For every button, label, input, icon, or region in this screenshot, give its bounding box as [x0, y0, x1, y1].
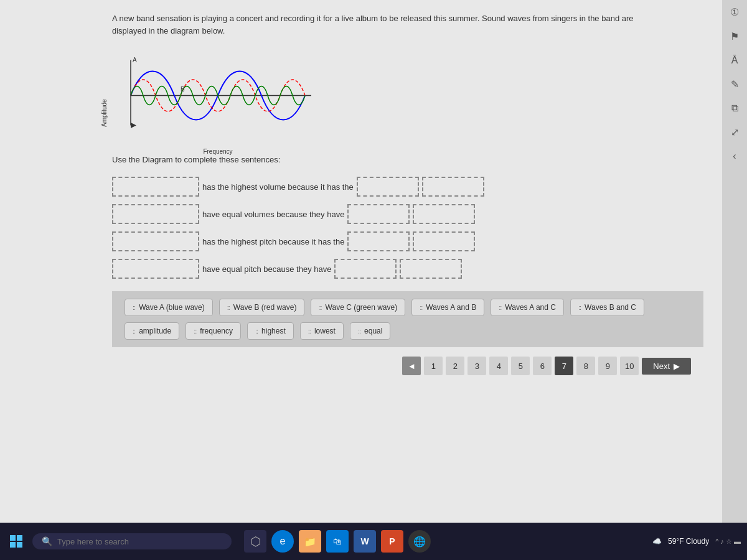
drag-item-wave-a[interactable]: :: Wave A (blue wave) — [125, 299, 213, 316]
search-icon: 🔍 — [42, 536, 52, 546]
drag-item-waves-bc[interactable]: :: Waves B and C — [570, 299, 644, 316]
drop-box-2-2[interactable] — [347, 204, 410, 224]
windows-logo — [10, 535, 22, 548]
drag-item-equal[interactable]: :: equal — [350, 322, 391, 340]
page-btn-9[interactable]: 9 — [598, 357, 617, 375]
drag-item-label: lowest — [314, 327, 336, 335]
drop-box-2-3[interactable] — [413, 204, 475, 224]
drag-item-label: Wave A (blue wave) — [139, 303, 205, 312]
page-btn-10[interactable]: 10 — [620, 357, 639, 375]
drag-item-highest[interactable]: :: highest — [247, 322, 294, 340]
sentence-row-3: has the highest pitch because it has the — [112, 231, 703, 251]
paragraph-1: A new band sensation is playing a concer… — [112, 12, 703, 37]
drag-item-wave-b[interactable]: :: Wave B (red wave) — [219, 299, 305, 316]
svg-text:A: A — [133, 57, 137, 63]
drag-handle: :: — [358, 327, 360, 335]
drag-item-lowest[interactable]: :: lowest — [300, 322, 344, 340]
drag-item-label: Waves A and C — [505, 303, 556, 312]
drop-box-1-2[interactable] — [357, 177, 419, 197]
drop-box-3-3[interactable] — [413, 231, 475, 251]
sentence-text-4: have equal pitch because they have — [202, 264, 331, 274]
flag-icon[interactable]: ⚑ — [730, 30, 739, 42]
page-btn-4[interactable]: 4 — [489, 357, 508, 375]
drag-handle: :: — [308, 327, 311, 335]
sentence-text-3: has the highest pitch because it has the — [202, 237, 344, 246]
page-btn-5[interactable]: 5 — [511, 357, 530, 375]
sidebar-icon-1[interactable]: ① — [730, 6, 739, 18]
taskbar-app-powerpoint[interactable]: P — [381, 530, 403, 553]
sentence-text-2: have equal volumes because they have — [202, 210, 344, 219]
wave-svg: A B — [112, 46, 324, 146]
main-content: A new band sensation is playing a concer… — [0, 0, 722, 523]
page-btn-2[interactable]: 2 — [446, 357, 464, 375]
next-button[interactable]: Next ▶ — [642, 358, 691, 375]
drag-item-label: Waves B and C — [585, 303, 636, 312]
drop-box-4-1[interactable] — [112, 259, 199, 279]
sentence-text-1: has the highest volume because it has th… — [202, 182, 354, 192]
taskbar-app-cortana[interactable]: ⬡ — [244, 530, 266, 553]
drag-item-amplitude[interactable]: :: amplitude — [125, 322, 179, 340]
drag-item-label: frequency — [200, 327, 233, 335]
drag-item-label: Waves A and B — [426, 303, 476, 312]
text-icon[interactable]: Ā — [731, 55, 738, 66]
drag-handle: :: — [133, 304, 135, 311]
weather-icon: ☁️ — [652, 537, 662, 546]
sentence-row-1: has the highest volume because it has th… — [112, 177, 703, 197]
drag-item-frequency[interactable]: :: frequency — [186, 322, 241, 340]
weather-text: 59°F Cloudy — [668, 537, 709, 546]
next-arrow-icon: ▶ — [674, 362, 680, 371]
drag-handle: :: — [133, 327, 135, 335]
drag-items-area: :: Wave A (blue wave) :: Wave B (red wav… — [112, 291, 703, 347]
taskbar-app-chrome[interactable]: 🌐 — [408, 530, 431, 553]
y-axis-label: Amplitude — [101, 100, 108, 127]
taskbar-app-word[interactable]: W — [354, 530, 376, 553]
system-icons: ^ ♪ ☆ ▬ — [715, 538, 741, 546]
drag-item-label: highest — [261, 327, 286, 335]
page-btn-1[interactable]: 1 — [424, 357, 443, 375]
taskbar: 🔍 ⬡ e 📁 🛍 W P 🌐 ☁️ 59°F Cloudy ^ ♪ ☆ ▬ — [0, 523, 747, 560]
page-btn-7[interactable]: 7 — [555, 357, 573, 375]
drop-box-4-2[interactable] — [334, 259, 397, 279]
taskbar-app-folder[interactable]: 📁 — [299, 530, 321, 553]
page-btn-6[interactable]: 6 — [533, 357, 552, 375]
collapse-icon[interactable]: ‹ — [733, 151, 736, 162]
drag-handle: :: — [420, 304, 422, 311]
drag-item-waves-ac[interactable]: :: Waves A and C — [491, 299, 564, 316]
drop-box-2-1[interactable] — [112, 204, 199, 224]
taskbar-app-edge[interactable]: e — [271, 530, 294, 553]
wave-diagram: Amplitude A B Freq — [112, 46, 324, 146]
pencil-icon[interactable]: ✎ — [731, 78, 739, 90]
drag-handle: :: — [227, 304, 230, 311]
sentences-container: has the highest volume because it has th… — [112, 177, 703, 279]
search-input[interactable] — [57, 537, 222, 546]
page-btn-3[interactable]: 3 — [467, 357, 486, 375]
expand-icon[interactable]: ⤢ — [731, 126, 739, 138]
taskbar-right-area: ☁️ 59°F Cloudy ^ ♪ ☆ ▬ — [652, 537, 741, 546]
taskbar-search-box[interactable]: 🔍 — [32, 533, 232, 549]
drag-handle: :: — [578, 304, 581, 311]
right-sidebar: ① ⚑ Ā ✎ ⧉ ⤢ ‹ — [722, 0, 747, 523]
drag-item-label: amplitude — [139, 327, 171, 335]
instruction-text: Use the Diagram to complete these senten… — [112, 155, 703, 164]
drag-item-label: equal — [364, 327, 382, 335]
drag-item-waves-ab[interactable]: :: Waves A and B — [411, 299, 484, 316]
drag-item-wave-c[interactable]: :: Wave C (green wave) — [311, 299, 405, 316]
copy-icon[interactable]: ⧉ — [731, 103, 738, 114]
drag-handle: :: — [499, 304, 501, 311]
sentence-row-4: have equal pitch because they have — [112, 259, 703, 279]
drop-box-1-3[interactable] — [422, 177, 484, 197]
taskbar-app-store[interactable]: 🛍 — [326, 530, 349, 553]
prev-page-button[interactable]: ◄ — [402, 357, 421, 375]
drag-handle: :: — [255, 327, 258, 335]
sentence-row-2: have equal volumes because they have — [112, 204, 703, 224]
svg-text:B: B — [181, 86, 185, 93]
page-btn-8[interactable]: 8 — [576, 357, 595, 375]
x-axis-label: Frequency — [203, 148, 232, 155]
drag-item-label: Wave C (green wave) — [326, 303, 398, 312]
drop-box-1-1[interactable] — [112, 177, 199, 197]
drop-box-3-2[interactable] — [347, 231, 410, 251]
drop-box-4-3[interactable] — [400, 259, 462, 279]
start-button[interactable] — [6, 531, 26, 551]
pagination-area: ◄ 1 2 3 4 5 6 7 8 9 10 Next ▶ — [112, 347, 703, 385]
drop-box-3-1[interactable] — [112, 231, 199, 251]
